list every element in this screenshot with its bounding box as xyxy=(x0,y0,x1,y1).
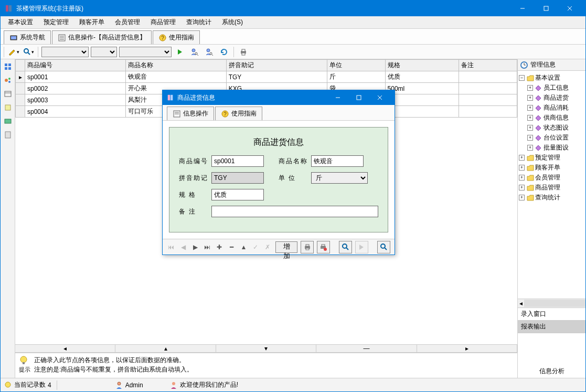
col-pinyin[interactable]: 拼音助记 xyxy=(226,60,327,71)
add-button[interactable]: 增加 xyxy=(275,241,298,253)
dialog-titlebar[interactable]: 商品进货信息 xyxy=(163,90,395,105)
preview2-btn[interactable] xyxy=(377,241,390,253)
refresh-button[interactable] xyxy=(218,46,230,58)
nav-add[interactable]: ✚ xyxy=(215,242,224,252)
tab-info[interactable]: 信息操作-【商品进货信息】 xyxy=(52,30,152,44)
tree-node[interactable]: +商品管理 xyxy=(519,183,584,193)
label-pinyin: 拼音助记 xyxy=(179,174,208,183)
splitter[interactable]: ◂▴▾—▸ xyxy=(15,344,517,353)
svg-rect-60 xyxy=(322,245,325,246)
app-icon xyxy=(5,4,13,13)
user-search-button-2[interactable] xyxy=(203,46,216,58)
help-icon: ? xyxy=(158,34,167,42)
edit-button[interactable]: ▾ xyxy=(7,46,20,58)
tree-node[interactable]: +商品进货 xyxy=(519,93,584,103)
tree-node[interactable]: +会员管理 xyxy=(519,173,584,183)
svg-line-63 xyxy=(346,248,348,250)
tree-node[interactable]: +查询统计 xyxy=(519,193,584,203)
menu-member[interactable]: 会员管理 xyxy=(110,16,145,28)
status-welcome: 欢迎使用我们的产品! xyxy=(180,380,238,389)
select-unit[interactable]: 斤 xyxy=(311,172,368,184)
svg-rect-27 xyxy=(5,67,7,70)
preview-btn[interactable] xyxy=(339,241,352,253)
menu-reserve[interactable]: 预定管理 xyxy=(38,16,74,28)
sidebar-btn-3[interactable] xyxy=(3,89,13,99)
tree-collapse[interactable]: − xyxy=(519,75,525,81)
sidebar-btn-6[interactable] xyxy=(3,130,13,140)
right-scroll[interactable]: ◂ xyxy=(518,299,585,308)
tree-node[interactable]: +商品消耗 xyxy=(519,103,584,113)
sidebar-btn-2[interactable] xyxy=(3,75,13,86)
menu-product[interactable]: 商品管理 xyxy=(145,16,181,28)
filter-select-1[interactable] xyxy=(41,47,89,57)
filter-select-2[interactable] xyxy=(91,47,117,57)
print-add-btn[interactable] xyxy=(317,241,330,253)
svg-line-15 xyxy=(28,52,30,55)
col-spec[interactable]: 规格 xyxy=(385,60,459,71)
link-report[interactable]: 报表输出 xyxy=(518,321,585,333)
nav-first[interactable]: ⏮ xyxy=(167,242,176,252)
play-btn[interactable] xyxy=(355,241,368,253)
menu-query[interactable]: 查询统计 xyxy=(181,16,217,28)
svg-rect-26 xyxy=(8,63,11,66)
dialog-close[interactable] xyxy=(369,90,390,105)
dialog-tab-info[interactable]: 信息操作 xyxy=(167,107,214,120)
maximize-button[interactable] xyxy=(534,1,558,16)
right-footer[interactable]: 信息分析 xyxy=(518,365,585,378)
nav-next[interactable]: ▶ xyxy=(191,242,200,252)
dialog-product: 商品进货信息 信息操作 ? 使用指南 商品进货信息 商品编号 商品名称 xyxy=(162,90,395,255)
search-button[interactable]: ▾ xyxy=(22,46,35,58)
col-remark[interactable]: 备注 xyxy=(459,60,517,71)
dialog-tab-help[interactable]: ? 使用指南 xyxy=(215,107,262,120)
user-search-button[interactable] xyxy=(188,46,201,58)
tree-node[interactable]: +批量图设 xyxy=(519,143,584,153)
sidebar-btn-4[interactable] xyxy=(3,102,13,113)
menu-customer[interactable]: 顾客开单 xyxy=(74,16,110,28)
input-spec[interactable] xyxy=(211,189,264,200)
close-button[interactable] xyxy=(558,1,581,16)
table-row[interactable]: ▸sp0001铁观音TGY斤优质 xyxy=(16,71,517,83)
link-input[interactable]: 录入窗口 xyxy=(518,308,585,321)
nav-cancel[interactable]: ✗ xyxy=(263,242,272,252)
print-button[interactable] xyxy=(237,46,250,58)
records-value: 4 xyxy=(48,382,51,389)
nav-edit[interactable]: ▲ xyxy=(239,242,248,252)
dialog-minimize[interactable] xyxy=(327,90,348,105)
col-name[interactable]: 商品名称 xyxy=(125,60,226,71)
input-remark[interactable] xyxy=(211,206,378,217)
dialog-tab-info-label: 信息操作 xyxy=(183,109,208,118)
nav-del[interactable]: ━ xyxy=(227,242,236,252)
sidebar-btn-1[interactable] xyxy=(3,61,13,72)
run-button[interactable] xyxy=(174,46,186,58)
sidebar-btn-5[interactable] xyxy=(3,116,13,126)
tree-node[interactable]: +预定管理 xyxy=(519,153,584,163)
print-btn[interactable] xyxy=(301,241,314,253)
tree-node[interactable]: +供商信息 xyxy=(519,113,584,123)
tree-node[interactable]: +员工信息 xyxy=(519,83,584,93)
tab-help[interactable]: ? 使用指南 xyxy=(153,30,200,44)
nav-save[interactable]: ✓ xyxy=(251,242,260,252)
tree-node[interactable]: +状态图设 xyxy=(519,123,584,133)
menu-system[interactable]: 系统(S) xyxy=(217,16,248,28)
printer-icon xyxy=(239,48,248,56)
nav-last[interactable]: ⏭ xyxy=(203,242,212,252)
svg-point-31 xyxy=(8,81,10,83)
col-id[interactable]: 商品编号 xyxy=(25,60,126,71)
home-icon xyxy=(9,34,18,42)
col-unit[interactable]: 单位 xyxy=(327,60,385,71)
tree-node[interactable]: +顾客开单 xyxy=(519,163,584,173)
menu-basic[interactable]: 基本设置 xyxy=(3,16,38,28)
nav-prev[interactable]: ◀ xyxy=(179,242,188,252)
status-user: Admin xyxy=(125,382,143,389)
tree-root[interactable]: 基本设置 xyxy=(535,73,560,82)
tab-nav[interactable]: 系统导航 xyxy=(4,30,51,44)
filter-select-3[interactable] xyxy=(119,47,172,57)
tip-label: 提示 xyxy=(18,366,31,374)
input-id[interactable] xyxy=(211,155,264,167)
search-icon xyxy=(380,243,388,251)
tree[interactable]: −基本设置 +员工信息+商品进货+商品消耗+供商信息+状态图设+台位设置+批量图… xyxy=(518,71,585,299)
minimize-button[interactable] xyxy=(510,1,534,16)
dialog-maximize[interactable] xyxy=(348,90,369,105)
input-name[interactable] xyxy=(311,155,364,167)
tree-node[interactable]: +台位设置 xyxy=(519,133,584,143)
